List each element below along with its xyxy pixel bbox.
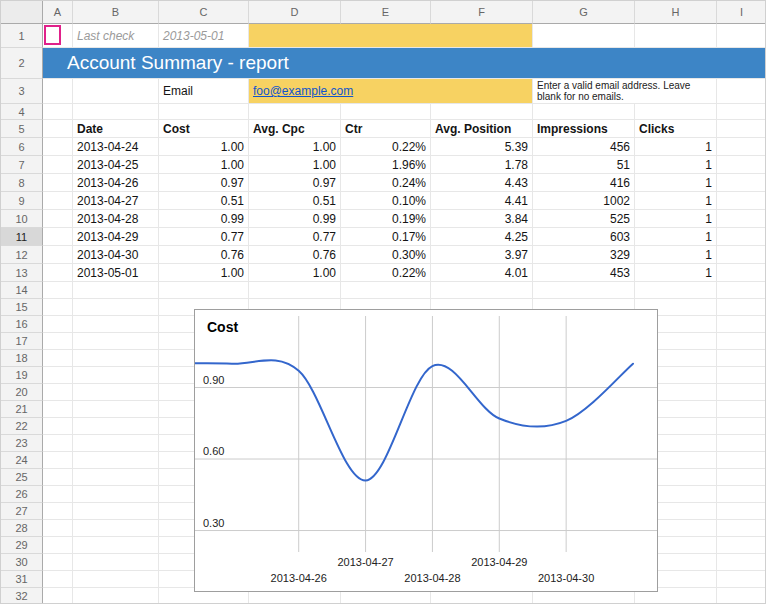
row-header-22[interactable]: 22 <box>1 418 43 435</box>
cell-A29[interactable] <box>43 537 73 554</box>
row-header-29[interactable]: 29 <box>1 537 43 554</box>
cell-I32[interactable] <box>717 588 766 604</box>
cell-C11[interactable]: 0.77 <box>159 228 249 246</box>
row-header-11[interactable]: 11 <box>1 228 43 246</box>
cell-B17[interactable] <box>73 333 159 350</box>
cell-E11[interactable]: 0.17% <box>341 228 431 246</box>
cell-F14[interactable] <box>431 282 533 299</box>
row-header-5[interactable]: 5 <box>1 120 43 138</box>
row-header-18[interactable]: 18 <box>1 350 43 367</box>
cell-G1[interactable] <box>533 24 635 48</box>
cell-A28[interactable] <box>43 520 73 537</box>
cell-I22[interactable] <box>717 418 766 435</box>
cell-I21[interactable] <box>717 401 766 418</box>
cell-H10[interactable]: 1 <box>635 210 717 228</box>
column-header-A[interactable]: A <box>43 1 73 24</box>
row-header-19[interactable]: 19 <box>1 367 43 384</box>
cell-I19[interactable] <box>717 367 766 384</box>
cell-D9[interactable]: 0.51 <box>249 192 341 210</box>
cell-A30[interactable] <box>43 554 73 571</box>
cell-I29[interactable] <box>717 537 766 554</box>
row-header-31[interactable]: 31 <box>1 571 43 588</box>
cell-I11[interactable] <box>717 228 766 246</box>
column-header-H[interactable]: H <box>635 1 717 24</box>
cell-D11[interactable]: 0.77 <box>249 228 341 246</box>
cell-B3[interactable] <box>73 79 159 104</box>
cell-A27[interactable] <box>43 503 73 520</box>
column-header-I[interactable]: I <box>717 1 766 24</box>
cell-B13[interactable]: 2013-05-01 <box>73 264 159 282</box>
cell-B9[interactable]: 2013-04-27 <box>73 192 159 210</box>
cell-E4[interactable] <box>341 104 431 120</box>
row-header-13[interactable]: 13 <box>1 264 43 282</box>
last-check-label[interactable]: Last check <box>73 24 159 48</box>
row-header-10[interactable]: 10 <box>1 210 43 228</box>
row-header-20[interactable]: 20 <box>1 384 43 401</box>
cell-C4[interactable] <box>159 104 249 120</box>
column-header-B[interactable]: B <box>73 1 159 24</box>
cell-B27[interactable] <box>73 503 159 520</box>
cell-G10[interactable]: 525 <box>533 210 635 228</box>
cell-I8[interactable] <box>717 174 766 192</box>
column-header-G[interactable]: G <box>533 1 635 24</box>
cell-A25[interactable] <box>43 469 73 486</box>
cell-I24[interactable] <box>717 452 766 469</box>
row-header-14[interactable]: 14 <box>1 282 43 299</box>
cell-B28[interactable] <box>73 520 159 537</box>
row-header-3[interactable]: 3 <box>1 79 43 104</box>
cell-A12[interactable] <box>43 246 73 264</box>
column-header-E[interactable]: E <box>341 1 431 24</box>
row-header-26[interactable]: 26 <box>1 486 43 503</box>
table-header-ctr[interactable]: Ctr <box>341 120 431 138</box>
report-title-banner[interactable]: Account Summary - report <box>43 48 766 79</box>
cell-I1[interactable] <box>717 24 766 48</box>
cell-B23[interactable] <box>73 435 159 452</box>
cell-I27[interactable] <box>717 503 766 520</box>
cell-B11[interactable]: 2013-04-29 <box>73 228 159 246</box>
cell-A1[interactable] <box>43 24 73 48</box>
cell-C13[interactable]: 1.00 <box>159 264 249 282</box>
row-header-28[interactable]: 28 <box>1 520 43 537</box>
cell-F8[interactable]: 4.43 <box>431 174 533 192</box>
cell-B31[interactable] <box>73 571 159 588</box>
cell-E9[interactable]: 0.10% <box>341 192 431 210</box>
cell-F11[interactable]: 4.25 <box>431 228 533 246</box>
cell-H7[interactable]: 1 <box>635 156 717 174</box>
cell-I31[interactable] <box>717 571 766 588</box>
row-header-8[interactable]: 8 <box>1 174 43 192</box>
cell-A10[interactable] <box>43 210 73 228</box>
cell-I13[interactable] <box>717 264 766 282</box>
cell-A5[interactable] <box>43 120 73 138</box>
cell-C6[interactable]: 1.00 <box>159 138 249 156</box>
email-label[interactable]: Email <box>159 79 249 104</box>
cell-I9[interactable] <box>717 192 766 210</box>
table-header-clicks[interactable]: Clicks <box>635 120 717 138</box>
cell-B24[interactable] <box>73 452 159 469</box>
cell-I28[interactable] <box>717 520 766 537</box>
cell-B20[interactable] <box>73 384 159 401</box>
cell-D13[interactable]: 1.00 <box>249 264 341 282</box>
cell-A7[interactable] <box>43 156 73 174</box>
cell-B15[interactable] <box>73 299 159 316</box>
cell-I4[interactable] <box>717 104 766 120</box>
cell-A22[interactable] <box>43 418 73 435</box>
cell-B10[interactable]: 2013-04-28 <box>73 210 159 228</box>
row-header-4[interactable]: 4 <box>1 104 43 120</box>
cell-F12[interactable]: 3.97 <box>431 246 533 264</box>
cell-C12[interactable]: 0.76 <box>159 246 249 264</box>
cell-D4[interactable] <box>249 104 341 120</box>
row-header-9[interactable]: 9 <box>1 192 43 210</box>
cell-A13[interactable] <box>43 264 73 282</box>
cell-A14[interactable] <box>43 282 73 299</box>
cell-B4[interactable] <box>73 104 159 120</box>
cell-I26[interactable] <box>717 486 766 503</box>
cell-B8[interactable]: 2013-04-26 <box>73 174 159 192</box>
cell-A21[interactable] <box>43 401 73 418</box>
cell-D6[interactable]: 1.00 <box>249 138 341 156</box>
cell-I15[interactable] <box>717 299 766 316</box>
column-header-F[interactable]: F <box>431 1 533 24</box>
cell-A18[interactable] <box>43 350 73 367</box>
cell-B16[interactable] <box>73 316 159 333</box>
cell-D14[interactable] <box>249 282 341 299</box>
select-all-corner[interactable] <box>1 1 43 24</box>
